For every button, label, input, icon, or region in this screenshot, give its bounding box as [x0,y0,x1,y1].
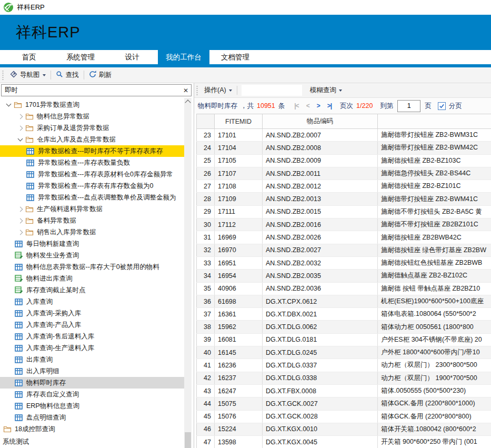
table-row[interactable]: 2617107AN.SND.ZB2.0011施耐德急停按钮头 ZB2-BS44C [197,167,491,180]
tree-item[interactable]: 出库查询 [0,354,184,365]
tree-item-label: 入库查询-采购入库 [26,309,81,318]
item-code-cell: AN.SND.ZB2.0009 [263,154,378,167]
tree-item[interactable]: 异常数据检查---库存表数量负数 [0,157,184,168]
tree-item[interactable]: ERP物料信息查询 [0,400,184,412]
table-row[interactable]: 4216237DG.XT.DLG.0338动力柜（双层门） 1900*700*5… [197,372,491,384]
tree-item[interactable]: 物料发生业务查询 [0,250,184,261]
tree-item[interactable]: 物料即时库存 [0,377,184,389]
tab-2[interactable]: 设计 [106,50,158,64]
first-page-button[interactable]: |< [292,102,300,109]
tree-item[interactable]: 库存查询截止某时点 [0,284,184,296]
tab-my-workbench[interactable]: 我的工作台 [158,50,209,64]
table-row[interactable]: 3815962DG.XT.DLG.0062箱体动力柜 0050561 (1800… [197,321,491,333]
paging-checkbox[interactable] [438,102,446,110]
table-row[interactable]: 3216970AN.SND.ZB2.0027施耐德按钮座 绿色带灯基座 ZB2B… [197,244,491,256]
fuzzy-query-dropdown-button[interactable]: 模糊查询 [306,84,346,97]
tree-item[interactable]: 入库查询-售后退料入库 [0,331,184,342]
scroll-up-icon[interactable] [185,99,191,105]
table-row[interactable]: 3716361DG.XT.DBX.0021箱体电表箱.1080064 (550*… [197,308,491,321]
tree-item[interactable]: 每日物料新建查询 [0,238,184,250]
table-row[interactable]: 2317101AN.SND.ZB2.0007施耐德带灯按钮座 ZB2-BWM31… [197,129,491,142]
tree-item[interactable]: 异常数据检查---库存表有库存数金额为0 [0,180,184,192]
tree-item[interactable]: 入库查询-产品入库 [0,319,184,331]
refresh-button[interactable]: 刷新 [85,69,116,82]
scrollbar-thumb[interactable] [185,432,191,448]
tree-item[interactable]: 异常数据检查---即时库存不等于库存表库存 [0,145,184,157]
filter-input[interactable] [242,85,302,96]
fitemid-cell: 16081 [215,333,263,346]
tree-item[interactable]: 采购订单及退货异常数据 [0,122,184,134]
tree-item-label: 出库查询 [26,355,53,364]
tab-4[interactable]: 文档管理 [209,50,261,64]
table-row[interactable]: 4713598DG.XT.KGX.0045开关箱 900*600*250 带内门… [197,436,491,448]
tree-item[interactable]: 仓库出入库及盘点异常数据 [0,134,184,145]
table-row[interactable]: 4615224DG.XT.KGX.0010箱体开关箱.1080042 (800*… [197,423,491,435]
table-row[interactable]: 4016145DG.XT.DLG.0245户外柜 1800*400*600带内门… [197,346,491,359]
row-number-cell: 45 [197,410,215,423]
find-button[interactable]: 查找 [52,69,83,82]
tree-item[interactable]: 生产领料退料异常数据 [0,203,184,215]
tree-item[interactable]: 异常数据检查---库存表原材料仓0库存金额异常 [0,168,184,180]
table-row[interactable]: 4415075DG.XT.GCK.0027箱体GCK.备用 (2200*800*… [197,397,491,410]
tree-item[interactable]: 物料信息表异常数据--库存大于0被禁用的物料 [0,261,184,273]
chevron-right-icon[interactable] [15,126,25,130]
tree-item[interactable]: 1701异常数据查询 [0,99,184,111]
fitemid-cell: 17111 [215,205,263,218]
table-row[interactable]: 4515076DG.XT.GCK.0028箱体GCK.备用 (2200*800*… [197,410,491,423]
tree-item[interactable]: 销售出入库异常数据 [0,226,184,238]
actions-dropdown-button[interactable]: 操作(A) [201,84,236,97]
table-row[interactable]: 3416954AN.SND.ZB2.0035施耐德触点基座 ZB2-BZ102C [197,270,491,282]
prev-page-button[interactable]: < [304,102,312,109]
tree-item[interactable]: 盘点明细查询 [0,412,184,423]
clear-search-icon[interactable]: ✕ [181,87,191,94]
fuzzy-query-label: 模糊查询 [310,86,336,95]
tree-item-label: 入库查询-产品入库 [26,321,81,330]
last-page-button[interactable]: >| [325,102,334,109]
navmap-button[interactable]: 导航图 [6,69,49,82]
next-page-button[interactable]: > [315,102,322,109]
chevron-right-icon[interactable] [15,231,25,234]
goto-page-input[interactable] [397,100,420,112]
table-row[interactable]: 2917111AN.SND.ZB2.0015施耐德不带灯按钮头 ZB2-BA5C… [197,205,491,218]
table-icon [15,344,23,352]
tab-1[interactable]: 系统管理 [55,50,106,64]
table-row[interactable]: 3540906AN.SND.ZB2.0036施耐德 按钮 带触点基座 ZB2BZ… [197,282,491,295]
tree-item[interactable]: 入库查询-采购入库 [0,307,184,319]
table-row[interactable]: 3661698DG.XT.CPX.0612机柜(ES柜)1900*600*500… [197,295,491,307]
tree-item[interactable]: 备料异常数据 [0,215,184,226]
tree-item[interactable]: 库存表自定义查询 [0,389,184,400]
tree-item[interactable]: 出入库明细 [0,365,184,377]
column-header-FITEMID[interactable]: FITEMID [215,114,263,129]
tree-item[interactable]: 入库查询-生产退料入库 [0,342,184,354]
table-row[interactable]: 3116969AN.SND.ZB2.0026施耐德按钮座 ZB2BWB42C [197,231,491,244]
table-row[interactable]: 4316247DG.XT.FBX.0008箱体.0050555 (500*500… [197,384,491,397]
tree-search-input[interactable] [2,87,181,94]
table-row[interactable]: 3916081DG.XT.DLG.0181户外ES柜 304不锈钢(不带底座) … [197,333,491,346]
chevron-right-icon[interactable] [15,115,25,118]
tree-item[interactable]: 物料进出库查询 [0,273,184,284]
tab-0[interactable]: 首页 [3,50,55,64]
page-info: 1/220 [356,102,373,109]
table-row[interactable]: 3017112AN.SND.ZB2.0016施耐德不带灯按钮座 ZB2BZ101… [197,218,491,231]
table-row[interactable]: 2717108AN.SND.ZB2.0012施耐德按钮座 ZB2-BZ101C [197,180,491,193]
item-name-cell: 施耐德 按钮 带触点基座 ZB2BZ10 [378,282,491,295]
table-row[interactable]: 2517105AN.SND.ZB2.0009施耐德按钮座 ZB2-BZ103C [197,154,491,167]
tree-item[interactable]: 异常数据检查---盘点表调整数单价及调整金额为 [0,192,184,203]
table-row[interactable]: 2817109AN.SND.ZB2.0013施耐德带灯按钮座 ZB2-BWM41… [197,193,491,205]
tree-item[interactable]: 入库查询 [0,296,184,307]
tree-item[interactable]: 物料信息异常数据 [0,111,184,122]
column-header-0[interactable] [197,114,215,129]
column-header-物品编码[interactable]: 物品编码 [263,114,378,129]
table-row[interactable]: 3316951AN.SND.ZB2.0032施耐德按钮红色按钮基座 ZB2BWB [197,256,491,269]
item-name-cell: 施耐德带灯按钮座 ZB2-BWM41C [378,193,491,205]
folder-icon [25,113,34,120]
tree-scrollbar[interactable] [184,98,192,448]
column-header-3[interactable] [378,114,491,129]
chevron-right-icon[interactable] [15,219,25,223]
chevron-right-icon[interactable] [15,207,25,211]
table-row[interactable]: 2417104AN.SND.ZB2.0008施耐德带灯按钮座 ZB2-BWM42… [197,142,491,154]
table-row[interactable]: 4116236DG.XT.DLG.0337动力柜（双层门） 2300*800*5… [197,359,491,372]
chevron-down-icon[interactable] [15,138,25,141]
chevron-down-icon[interactable] [3,104,14,106]
tree-item[interactable]: 18成控部查询 [0,423,184,435]
